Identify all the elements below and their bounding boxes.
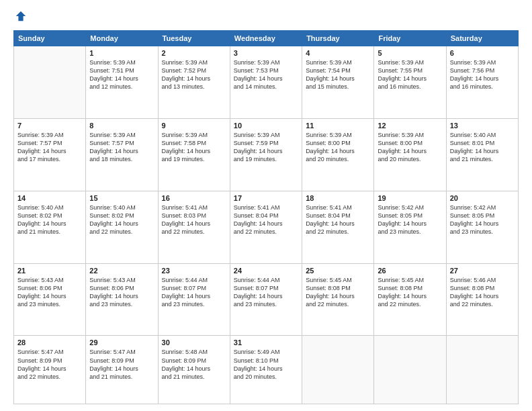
day-cell: 17Sunrise: 5:41 AM Sunset: 8:04 PM Dayli… — [230, 191, 302, 263]
day-info: Sunrise: 5:40 AM Sunset: 8:01 PM Dayligh… — [450, 131, 515, 164]
day-info: Sunrise: 5:44 AM Sunset: 8:07 PM Dayligh… — [234, 276, 298, 309]
day-info: Sunrise: 5:41 AM Sunset: 8:03 PM Dayligh… — [162, 203, 226, 236]
day-cell: 14Sunrise: 5:40 AM Sunset: 8:02 PM Dayli… — [14, 191, 86, 263]
day-info: Sunrise: 5:47 AM Sunset: 8:09 PM Dayligh… — [89, 348, 154, 381]
day-info: Sunrise: 5:39 AM Sunset: 7:57 PM Dayligh… — [89, 131, 154, 164]
week-row-0: 1Sunrise: 5:39 AM Sunset: 7:51 PM Daylig… — [14, 46, 519, 119]
day-number: 21 — [17, 267, 82, 275]
day-cell: 4Sunrise: 5:39 AM Sunset: 7:54 PM Daylig… — [302, 46, 374, 119]
day-cell: 3Sunrise: 5:39 AM Sunset: 7:53 PM Daylig… — [230, 46, 302, 119]
day-number: 13 — [450, 122, 515, 130]
day-number: 14 — [17, 194, 82, 202]
day-cell — [14, 46, 86, 119]
day-cell: 20Sunrise: 5:42 AM Sunset: 8:05 PM Dayli… — [446, 191, 518, 263]
weekday-header-wednesday: Wednesday — [230, 31, 302, 46]
weekday-header-monday: Monday — [86, 31, 158, 46]
day-info: Sunrise: 5:39 AM Sunset: 7:51 PM Dayligh… — [89, 58, 154, 91]
day-number: 26 — [378, 267, 442, 275]
day-cell: 31Sunrise: 5:49 AM Sunset: 8:10 PM Dayli… — [230, 336, 302, 404]
calendar-page: SundayMondayTuesdayWednesdayThursdayFrid… — [0, 0, 532, 411]
logo — [13, 10, 27, 25]
week-row-4: 28Sunrise: 5:47 AM Sunset: 8:09 PM Dayli… — [14, 336, 519, 404]
day-cell: 30Sunrise: 5:48 AM Sunset: 8:09 PM Dayli… — [158, 336, 230, 404]
day-info: Sunrise: 5:40 AM Sunset: 8:02 PM Dayligh… — [17, 203, 82, 236]
svg-marker-0 — [16, 11, 26, 21]
day-number: 20 — [450, 194, 515, 202]
day-number: 4 — [306, 49, 370, 57]
weekday-header-saturday: Saturday — [446, 31, 518, 46]
day-number: 19 — [378, 194, 442, 202]
day-info: Sunrise: 5:39 AM Sunset: 7:53 PM Dayligh… — [234, 58, 298, 91]
weekday-header-sunday: Sunday — [14, 31, 86, 46]
day-number: 3 — [234, 49, 298, 57]
day-number: 24 — [234, 267, 298, 275]
day-cell: 7Sunrise: 5:39 AM Sunset: 7:57 PM Daylig… — [14, 118, 86, 191]
day-cell: 27Sunrise: 5:46 AM Sunset: 8:08 PM Dayli… — [446, 263, 518, 336]
day-info: Sunrise: 5:39 AM Sunset: 7:59 PM Dayligh… — [234, 131, 298, 164]
day-info: Sunrise: 5:41 AM Sunset: 8:04 PM Dayligh… — [234, 203, 298, 236]
day-info: Sunrise: 5:39 AM Sunset: 7:54 PM Dayligh… — [306, 58, 370, 91]
day-cell: 29Sunrise: 5:47 AM Sunset: 8:09 PM Dayli… — [86, 336, 158, 404]
week-row-3: 21Sunrise: 5:43 AM Sunset: 8:06 PM Dayli… — [14, 263, 519, 336]
day-number: 6 — [450, 49, 515, 57]
day-cell: 8Sunrise: 5:39 AM Sunset: 7:57 PM Daylig… — [86, 118, 158, 191]
weekday-header-friday: Friday — [374, 31, 446, 46]
day-cell: 10Sunrise: 5:39 AM Sunset: 7:59 PM Dayli… — [230, 118, 302, 191]
day-info: Sunrise: 5:39 AM Sunset: 7:56 PM Dayligh… — [450, 58, 515, 91]
day-cell: 5Sunrise: 5:39 AM Sunset: 7:55 PM Daylig… — [374, 46, 446, 119]
day-cell: 26Sunrise: 5:45 AM Sunset: 8:08 PM Dayli… — [374, 263, 446, 336]
day-number: 9 — [162, 122, 226, 130]
day-info: Sunrise: 5:39 AM Sunset: 7:57 PM Dayligh… — [17, 131, 82, 164]
day-cell: 25Sunrise: 5:45 AM Sunset: 8:08 PM Dayli… — [302, 263, 374, 336]
day-number: 11 — [306, 122, 370, 130]
day-cell: 11Sunrise: 5:39 AM Sunset: 8:00 PM Dayli… — [302, 118, 374, 191]
day-cell: 18Sunrise: 5:41 AM Sunset: 8:04 PM Dayli… — [302, 191, 374, 263]
day-number: 2 — [162, 49, 226, 57]
day-info: Sunrise: 5:49 AM Sunset: 8:10 PM Dayligh… — [234, 348, 298, 381]
day-info: Sunrise: 5:45 AM Sunset: 8:08 PM Dayligh… — [378, 276, 442, 309]
day-cell: 6Sunrise: 5:39 AM Sunset: 7:56 PM Daylig… — [446, 46, 518, 119]
day-number: 8 — [89, 122, 154, 130]
weekday-header-tuesday: Tuesday — [158, 31, 230, 46]
day-number: 25 — [306, 267, 370, 275]
day-info: Sunrise: 5:39 AM Sunset: 8:00 PM Dayligh… — [378, 131, 442, 164]
day-cell: 16Sunrise: 5:41 AM Sunset: 8:03 PM Dayli… — [158, 191, 230, 263]
day-number: 31 — [234, 338, 298, 347]
day-number: 23 — [162, 267, 226, 275]
day-cell: 23Sunrise: 5:44 AM Sunset: 8:07 PM Dayli… — [158, 263, 230, 336]
day-number: 28 — [17, 338, 82, 347]
day-number: 16 — [162, 194, 226, 202]
day-info: Sunrise: 5:44 AM Sunset: 8:07 PM Dayligh… — [162, 276, 226, 309]
weekday-header-thursday: Thursday — [302, 31, 374, 46]
day-info: Sunrise: 5:39 AM Sunset: 8:00 PM Dayligh… — [306, 131, 370, 164]
day-info: Sunrise: 5:39 AM Sunset: 7:58 PM Dayligh… — [162, 131, 226, 164]
day-info: Sunrise: 5:43 AM Sunset: 8:06 PM Dayligh… — [89, 276, 154, 309]
week-row-1: 7Sunrise: 5:39 AM Sunset: 7:57 PM Daylig… — [14, 118, 519, 191]
day-number: 15 — [89, 194, 154, 202]
day-info: Sunrise: 5:47 AM Sunset: 8:09 PM Dayligh… — [17, 348, 82, 381]
day-info: Sunrise: 5:39 AM Sunset: 7:55 PM Dayligh… — [378, 58, 442, 91]
day-info: Sunrise: 5:45 AM Sunset: 8:08 PM Dayligh… — [306, 276, 370, 309]
day-info: Sunrise: 5:42 AM Sunset: 8:05 PM Dayligh… — [450, 203, 515, 236]
day-number: 1 — [89, 49, 154, 57]
day-cell: 12Sunrise: 5:39 AM Sunset: 8:00 PM Dayli… — [374, 118, 446, 191]
day-number: 10 — [234, 122, 298, 130]
day-cell: 15Sunrise: 5:40 AM Sunset: 8:02 PM Dayli… — [86, 191, 158, 263]
calendar-table: SundayMondayTuesdayWednesdayThursdayFrid… — [13, 30, 519, 404]
logo-icon — [15, 10, 27, 22]
weekday-header-row: SundayMondayTuesdayWednesdayThursdayFrid… — [14, 31, 519, 46]
day-number: 7 — [17, 122, 82, 130]
day-info: Sunrise: 5:42 AM Sunset: 8:05 PM Dayligh… — [378, 203, 442, 236]
day-cell: 21Sunrise: 5:43 AM Sunset: 8:06 PM Dayli… — [14, 263, 86, 336]
day-info: Sunrise: 5:43 AM Sunset: 8:06 PM Dayligh… — [17, 276, 82, 309]
day-info: Sunrise: 5:39 AM Sunset: 7:52 PM Dayligh… — [162, 58, 226, 91]
day-cell: 24Sunrise: 5:44 AM Sunset: 8:07 PM Dayli… — [230, 263, 302, 336]
day-cell: 22Sunrise: 5:43 AM Sunset: 8:06 PM Dayli… — [86, 263, 158, 336]
day-cell: 1Sunrise: 5:39 AM Sunset: 7:51 PM Daylig… — [86, 46, 158, 119]
day-number: 17 — [234, 194, 298, 202]
day-cell: 13Sunrise: 5:40 AM Sunset: 8:01 PM Dayli… — [446, 118, 518, 191]
day-number: 12 — [378, 122, 442, 130]
day-number: 5 — [378, 49, 442, 57]
day-info: Sunrise: 5:40 AM Sunset: 8:02 PM Dayligh… — [89, 203, 154, 236]
day-number: 29 — [89, 338, 154, 347]
